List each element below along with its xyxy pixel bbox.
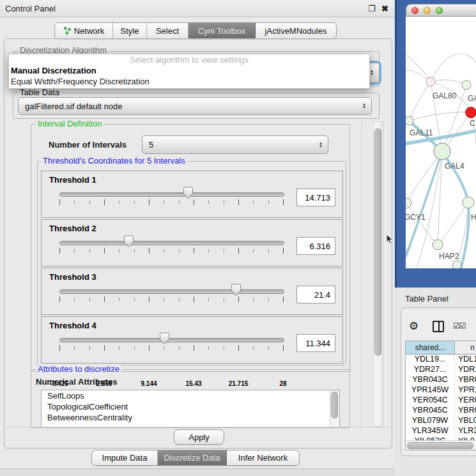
network-node[interactable] bbox=[426, 77, 435, 86]
cell-name[interactable]: YBR0 bbox=[455, 375, 476, 385]
table-data-combo[interactable]: galFiltered.sif default node ▲▼ bbox=[18, 97, 372, 115]
control-panel-titlebar: Control Panel ❐ ✖ bbox=[0, 0, 395, 17]
float-window-icon[interactable]: ❐ bbox=[368, 4, 376, 13]
attributes-title: Attributes to discretize bbox=[36, 365, 121, 374]
network-node-label: GAL11 bbox=[410, 128, 433, 137]
network-canvas[interactable]: GAL80GACGAL11GAL4GCY1HHAP2 bbox=[406, 17, 476, 268]
network-node[interactable] bbox=[462, 81, 471, 89]
table-row[interactable]: YER054CYER0 bbox=[406, 395, 476, 406]
network-node[interactable] bbox=[433, 240, 443, 250]
table-data-value: galFiltered.sif default node bbox=[25, 98, 122, 114]
threshold-label: Threshold 3 bbox=[49, 272, 96, 282]
threshold-slider-handle[interactable] bbox=[159, 332, 170, 345]
cell-name[interactable]: YBR0 bbox=[455, 406, 476, 416]
cell-name[interactable]: YDL1 bbox=[455, 355, 476, 365]
algorithm-popup: Select algorithm to view settings Manual… bbox=[8, 54, 370, 89]
cell-shared-name[interactable]: YER054C bbox=[406, 395, 455, 406]
table-row[interactable]: YPR145WYPR1 bbox=[406, 385, 476, 395]
network-node[interactable] bbox=[452, 261, 461, 268]
network-node[interactable] bbox=[406, 116, 413, 125]
apply-button[interactable]: Apply bbox=[174, 429, 224, 445]
threshold-value-field[interactable]: 14.713 bbox=[296, 188, 335, 206]
table-row[interactable]: YBR045CYBR0 bbox=[406, 406, 476, 416]
popup-item-manual-discretization[interactable]: Manual Discretization bbox=[9, 65, 369, 76]
cell-shared-name[interactable]: YLR345W bbox=[406, 426, 455, 436]
cell-shared-name[interactable]: YDL19... bbox=[406, 355, 455, 365]
threshold-slider-handle[interactable] bbox=[123, 235, 134, 248]
threshold-slider-track[interactable] bbox=[59, 338, 284, 342]
threshold-slider-handle[interactable] bbox=[183, 187, 194, 199]
threshold-row: Threshold 2 -3.4262.8599.14415.4321.7152… bbox=[41, 219, 343, 266]
split-columns-icon[interactable] bbox=[433, 321, 444, 332]
close-icon[interactable]: ✖ bbox=[381, 4, 388, 13]
threshold-slider-track[interactable] bbox=[59, 241, 284, 245]
threshold-value-field[interactable]: 21.4 bbox=[296, 286, 335, 303]
network-node-label: GAL80 bbox=[433, 91, 457, 100]
network-edge[interactable] bbox=[406, 151, 442, 203]
mouse-cursor bbox=[386, 234, 394, 245]
threshold-value-field[interactable]: 6.316 bbox=[296, 237, 335, 255]
table-data-title: Table Data bbox=[18, 88, 61, 97]
table-row[interactable]: YDR27...YDR2 bbox=[406, 365, 476, 375]
network-node[interactable] bbox=[463, 197, 474, 208]
popup-placeholder-item[interactable]: Select algorithm to view settings bbox=[9, 54, 369, 65]
threshold-slider-track[interactable] bbox=[59, 192, 284, 197]
threshold-value-field[interactable]: 11.344 bbox=[296, 334, 335, 352]
column-header-name[interactable]: n bbox=[455, 341, 476, 354]
list-scrollbar[interactable] bbox=[330, 390, 339, 427]
cell-shared-name[interactable]: YBR045C bbox=[406, 406, 455, 416]
threshold-label: Threshold 1 bbox=[49, 175, 96, 185]
network-node[interactable] bbox=[406, 198, 411, 208]
table-row[interactable]: YBL079WYBL0 bbox=[406, 416, 476, 426]
cell-shared-name[interactable]: YPR145W bbox=[406, 385, 455, 395]
popup-item-equal-width[interactable]: Equal Width/Frequency Discretization bbox=[9, 76, 369, 87]
vertical-scrollbar[interactable] bbox=[373, 121, 382, 427]
cell-name[interactable]: YBL0 bbox=[455, 416, 476, 426]
zoom-traffic-light[interactable] bbox=[436, 7, 443, 14]
tab-network[interactable]: Network bbox=[55, 23, 113, 38]
number-of-intervals-combo[interactable]: 5 ▲▼ bbox=[142, 135, 328, 154]
tab-jactivemnodules[interactable]: jActiveMNodules bbox=[256, 23, 336, 38]
table-row[interactable]: YBR043CYBR0 bbox=[406, 375, 476, 385]
minimize-traffic-light[interactable] bbox=[424, 7, 431, 14]
cell-shared-name[interactable]: YBR043C bbox=[406, 375, 455, 385]
slider-ticks: -3.4262.8599.14415.4321.71528 bbox=[59, 248, 284, 254]
table-row[interactable]: YLR345WYLR3 bbox=[406, 426, 476, 436]
tab-cyni-toolbox[interactable]: Cyni Toolbox bbox=[188, 23, 256, 38]
cell-name[interactable]: YDR2 bbox=[455, 365, 476, 375]
network-node[interactable] bbox=[434, 143, 450, 160]
column-header-shared[interactable]: shared... bbox=[406, 341, 455, 354]
cell-name[interactable]: YER0 bbox=[455, 395, 476, 406]
cell-name[interactable]: YLR3 bbox=[455, 426, 476, 436]
network-edge[interactable] bbox=[431, 80, 466, 85]
cell-name[interactable]: YPR1 bbox=[455, 385, 476, 395]
tab-label: Infer Network bbox=[238, 453, 288, 463]
checkboxes-icon[interactable]: ☑☑ bbox=[453, 321, 466, 330]
cell-shared-name[interactable]: YBL079W bbox=[406, 416, 455, 426]
tab-discretize-data[interactable]: Discretize Data bbox=[158, 450, 227, 465]
table-row[interactable]: YDL19...YDL1 bbox=[406, 355, 476, 365]
list-scrollbar-thumb[interactable] bbox=[331, 392, 338, 418]
tab-style[interactable]: Style bbox=[113, 23, 147, 38]
tab-impute-data[interactable]: Impute Data bbox=[92, 450, 158, 465]
network-node[interactable] bbox=[466, 107, 476, 118]
attribute-item[interactable]: BetweennessCentrality bbox=[42, 412, 339, 423]
tab-infer-network[interactable]: Infer Network bbox=[227, 450, 299, 465]
close-traffic-light[interactable] bbox=[411, 7, 418, 14]
attribute-item[interactable]: SelfLoops bbox=[42, 390, 339, 401]
cell-shared-name[interactable]: YDR27... bbox=[406, 365, 455, 375]
attribute-item[interactable]: TopologicalCoefficient bbox=[42, 401, 339, 412]
network-edge[interactable] bbox=[406, 55, 431, 82]
network-window-titlebar[interactable] bbox=[406, 4, 476, 17]
network-edge[interactable] bbox=[409, 82, 431, 121]
tab-select[interactable]: Select bbox=[147, 23, 188, 38]
tab-label: Cyni Toolbox bbox=[198, 26, 245, 36]
threshold-slider-handle[interactable] bbox=[231, 284, 242, 296]
network-edge[interactable] bbox=[431, 54, 476, 82]
network-edge[interactable] bbox=[409, 112, 471, 121]
threshold-slider-track[interactable] bbox=[59, 289, 284, 294]
hscrollbar-thumb[interactable] bbox=[407, 442, 473, 449]
scrollbar-thumb[interactable] bbox=[374, 128, 381, 356]
horizontal-scrollbar[interactable] bbox=[406, 440, 476, 450]
gear-icon[interactable]: ⚙ bbox=[409, 319, 418, 333]
